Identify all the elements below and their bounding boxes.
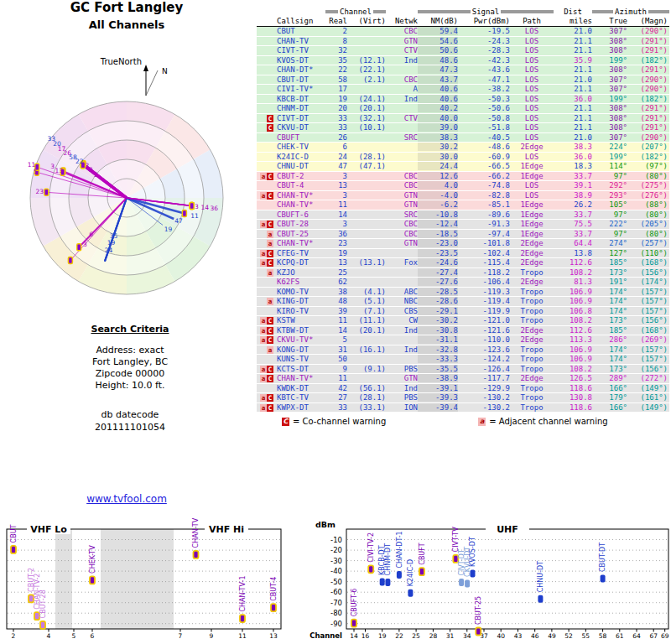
search-criteria: Search Criteria Address: exactFort Langl…	[46, 324, 214, 434]
azimuth-true-cell: 308°	[592, 104, 627, 112]
miles-cell: 21.1	[554, 85, 592, 93]
station-channel-label: 13	[55, 167, 64, 174]
station-marker	[90, 576, 95, 584]
nm-cell: -27.6	[418, 278, 458, 286]
warning-badges: aC	[257, 365, 275, 373]
nm-cell: 54.6	[418, 37, 458, 45]
nm-cell: -39.3	[418, 393, 458, 402]
true-north-label: TrueNorth	[100, 57, 142, 66]
azimuth-magn-cell: (80°)	[627, 172, 668, 180]
azimuth-magn-cell: (157°)	[627, 297, 668, 305]
network-cell: Ind	[386, 56, 418, 65]
warning-legend: C = Co-channel warning a = Adjacent chan…	[257, 417, 669, 426]
y-tick-label: -10	[330, 536, 342, 544]
virtual-channel-cell: (12.1)	[347, 56, 386, 65]
channel-axis-label: Channel	[309, 631, 342, 640]
path-cell: Tropo	[510, 297, 554, 305]
x-tick-label: 14	[350, 632, 358, 640]
virtual-channel-cell: (11.1)	[347, 316, 386, 325]
virtual-channel-cell: (32.1)	[347, 114, 386, 122]
station-label: CIVI-TV-2	[367, 532, 375, 563]
nm-cell: 47.3	[418, 65, 458, 74]
station-label: CHNU-DT	[537, 561, 544, 592]
x-tick-label: 11	[238, 632, 247, 640]
datecode-label: db datecode	[46, 408, 214, 421]
x-tick-label: 64	[632, 632, 641, 640]
miles-cell: 106.9	[554, 297, 592, 305]
real-channel-cell: 42	[325, 384, 347, 392]
co-channel-badge-icon: C	[267, 394, 273, 402]
power-cell: -118.2	[458, 268, 510, 277]
miles-cell: 21.1	[554, 104, 592, 112]
nm-cell: 40.0	[418, 114, 458, 122]
power-cell: -24.3	[458, 37, 510, 45]
virtual-channel-cell: (7.1)	[347, 307, 386, 315]
path-cell: Tropo	[510, 288, 554, 296]
real-channel-cell: 13	[325, 181, 347, 190]
adjacent-badge-icon: a	[260, 259, 267, 267]
y-tick-label: -60	[330, 588, 342, 596]
virtual-channel-cell: (20.1)	[347, 326, 386, 335]
power-cell: -110.0	[458, 335, 510, 344]
co-channel-badge-icon: C	[267, 115, 273, 122]
path-cell: Tropo	[510, 268, 554, 277]
nm-cell: -35.5	[418, 365, 458, 373]
table-row: CBUFT26SRC38.3-40.5LOS21.0307°(290°)	[257, 133, 669, 143]
path-cell: 1Edge	[510, 220, 554, 228]
azimuth-true-cell: 174°	[592, 297, 627, 305]
table-row: aCKWPX-DT33(33.1)ION-39.4-130.2Tropo118.…	[257, 403, 669, 413]
real-channel-cell: 8	[325, 37, 347, 45]
azimuth-true-cell: 307°	[592, 27, 627, 35]
network-cell: GTN	[386, 200, 418, 209]
table-row: CHNM-DT20(20.1)40.2-50.6LOS21.1308°(291°…	[257, 104, 669, 114]
radar-svg: 3320172658223282313235113519246347111936…	[5, 47, 248, 340]
azimuth-magn-cell: (290°)	[627, 133, 668, 142]
real-channel-cell: 47	[325, 162, 347, 170]
real-channel-cell: 19	[325, 95, 347, 103]
table-row: aCKCPQ-DT13(13.1)Fox-24.6-115.42Edge112.…	[257, 258, 669, 268]
nm-cell: 39.0	[418, 123, 458, 132]
station-marker	[11, 546, 16, 553]
real-channel-cell: 3	[325, 220, 347, 228]
azimuth-magn-cell: (291°)	[627, 46, 668, 55]
miles-cell: 21.1	[554, 123, 592, 132]
adjacent-badge-icon: a	[260, 366, 267, 373]
co-channel-badge-icon: C	[267, 221, 273, 228]
miles-cell: 21.1	[554, 46, 592, 55]
azimuth-magn-cell: (149°)	[627, 403, 668, 412]
real-channel-cell: 48	[325, 297, 347, 305]
power-cell: -85.1	[458, 200, 510, 209]
azimuth-magn-cell: (205°)	[627, 220, 668, 228]
warning-badges: aC	[257, 393, 275, 402]
table-row: CIVI-TV*17A40.6-38.2LOS21.1307°(290°)	[257, 85, 669, 95]
azimuth-true-cell: 307°	[592, 75, 627, 84]
real-channel-cell: 5	[325, 335, 347, 344]
network-cell: CBC	[386, 220, 418, 228]
station-channel-label: 3	[195, 203, 199, 210]
callsign-cell: CFEG-TV	[275, 249, 325, 257]
station-marker	[601, 575, 606, 583]
real-channel-cell: 9	[325, 365, 347, 373]
x-tick-label: 19	[378, 632, 387, 640]
table-row: KIRO-TV39(7.1)CBS-29.1-119.9Tropo106.817…	[257, 307, 669, 317]
callsign-cell: CBUFT	[275, 133, 325, 142]
station-label: CHAN-TV-1	[239, 576, 247, 612]
station-marker	[351, 620, 356, 627]
power-cell: -43.6	[458, 65, 510, 74]
group-header-azimuth: Azimuth	[592, 8, 669, 16]
azimuth-true-cell: 199°	[592, 153, 627, 161]
path-cell: LOS	[510, 46, 554, 55]
warning-badges: a	[257, 230, 275, 238]
network-cell: PBS	[386, 365, 418, 373]
miles-cell: 118.6	[554, 384, 592, 392]
co-channel-badge-icon: C	[267, 327, 273, 335]
miles-cell: 33.7	[554, 172, 592, 180]
real-channel-cell: 31	[325, 345, 347, 354]
nm-cell: 40.6	[418, 95, 458, 103]
miles-cell: 118.6	[554, 403, 592, 412]
table-row: CBUT2CBC59.4-19.5LOS21.0307°(290°)	[257, 27, 669, 37]
table-row: KVOS-DT35(12.1)Ind48.6-42.3LOS35.9199°(1…	[257, 56, 669, 66]
col-pwr: Pwr(dBm)	[458, 17, 510, 25]
real-channel-cell: 24	[325, 153, 347, 161]
table-row: CCIVT-DT33(32.1)CTV40.0-50.8LOS21.1308°(…	[257, 114, 669, 124]
